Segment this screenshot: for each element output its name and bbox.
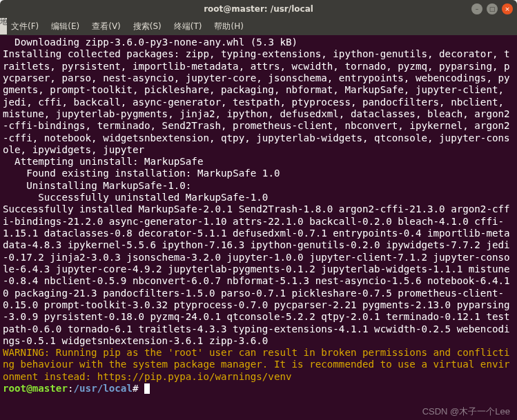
prompt-path: /usr/local (74, 383, 133, 394)
term-line: Installing collected packages: zipp, typ… (3, 48, 510, 155)
close-button[interactable]: × (502, 3, 513, 14)
menu-edit[interactable]: 编辑(E) (46, 19, 85, 34)
terminal-area[interactable]: Downloading zipp-3.6.0-py3-none-any.whl … (0, 35, 517, 420)
watermark: CSDN @木子一个Lee (422, 406, 510, 417)
menu-search[interactable]: 搜索(S) (128, 19, 167, 34)
minimize-button[interactable]: – (471, 3, 482, 14)
term-line: Attempting uninstall: MarkupSafe (3, 156, 203, 167)
menubar: 文件(F) 编辑(E) 查看(V) 搜索(S) 终端(T) 帮助(H) (0, 18, 517, 35)
term-line: Successfully installed MarkupSafe-2.0.1 … (3, 203, 510, 346)
term-line: Downloading zipp-3.6.0-py3-none-any.whl … (3, 37, 297, 48)
prompt: root@master:/usr/local# (3, 383, 150, 394)
term-warning: WARNING: Running pip as the 'root' user … (3, 347, 510, 382)
prompt-user-host: root@master (3, 383, 68, 394)
menu-file[interactable]: 文件(F) (6, 19, 44, 34)
menu-terminal[interactable]: 终端(T) (168, 19, 208, 34)
menu-help[interactable]: 帮助(H) (208, 19, 248, 34)
menu-view[interactable]: 查看(V) (86, 19, 126, 34)
titlebar: root@master: /usr/local – □ × (0, 0, 517, 18)
term-line: Successfully uninstalled MarkupSafe-1.0 (3, 192, 268, 203)
term-line: Uninstalling MarkupSafe-1.0: (3, 180, 191, 191)
cursor (144, 383, 150, 394)
window-title: root@master: /usr/local (204, 4, 313, 14)
term-line: Found existing installation: MarkupSafe … (3, 168, 280, 179)
maximize-button[interactable]: □ (487, 3, 498, 14)
side-tab: 地 (0, 18, 7, 34)
prompt-char: # (133, 383, 139, 394)
window-controls: – □ × (471, 3, 513, 14)
prompt-colon: : (68, 383, 74, 394)
